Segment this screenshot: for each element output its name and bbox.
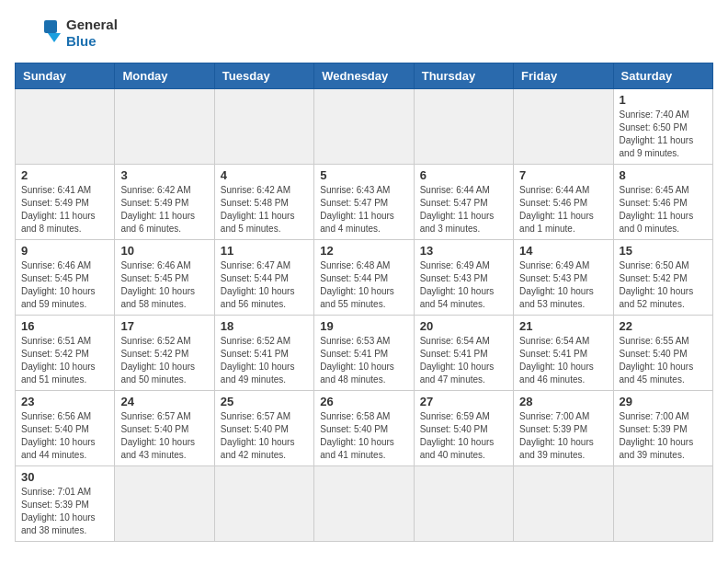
calendar-cell: 7Sunrise: 6:44 AM Sunset: 5:46 PM Daylig… [514, 165, 613, 240]
calendar-cell: 2Sunrise: 6:41 AM Sunset: 5:49 PM Daylig… [16, 165, 115, 240]
day-info: Sunrise: 7:00 AM Sunset: 5:39 PM Dayligh… [620, 410, 707, 462]
calendar-week-row: 16Sunrise: 6:51 AM Sunset: 5:42 PM Dayli… [16, 316, 713, 391]
day-number: 5 [320, 168, 407, 182]
svg-rect-0 [44, 20, 57, 33]
day-number: 2 [21, 168, 108, 182]
logo-text-block: General Blue [66, 17, 118, 50]
day-number: 7 [519, 168, 607, 182]
calendar-cell: 14Sunrise: 6:49 AM Sunset: 5:43 PM Dayli… [514, 240, 613, 316]
calendar-cell [414, 466, 513, 542]
day-number: 29 [620, 395, 707, 408]
calendar-cell: 27Sunrise: 6:59 AM Sunset: 5:40 PM Dayli… [414, 391, 513, 466]
calendar-cell [16, 89, 115, 165]
calendar-cell: 26Sunrise: 6:58 AM Sunset: 5:40 PM Dayli… [314, 391, 414, 466]
day-number: 25 [221, 395, 308, 408]
day-info: Sunrise: 6:58 AM Sunset: 5:40 PM Dayligh… [320, 410, 407, 462]
calendar-cell [314, 466, 414, 542]
day-info: Sunrise: 6:59 AM Sunset: 5:40 PM Dayligh… [420, 410, 507, 462]
calendar-cell [115, 466, 214, 542]
svg-marker-1 [48, 33, 61, 42]
calendar-week-row: 9Sunrise: 6:46 AM Sunset: 5:45 PM Daylig… [16, 240, 713, 316]
day-number: 19 [320, 319, 407, 333]
day-info: Sunrise: 6:46 AM Sunset: 5:45 PM Dayligh… [21, 259, 108, 311]
calendar-table: SundayMondayTuesdayWednesdayThursdayFrid… [15, 63, 713, 542]
day-number: 21 [519, 319, 607, 333]
day-info: Sunrise: 6:57 AM Sunset: 5:40 PM Dayligh… [221, 410, 308, 462]
header: General Blue [15, 15, 713, 52]
day-info: Sunrise: 7:01 AM Sunset: 5:39 PM Dayligh… [21, 486, 108, 537]
day-info: Sunrise: 6:44 AM Sunset: 5:47 PM Dayligh… [420, 184, 507, 236]
calendar-cell: 22Sunrise: 6:55 AM Sunset: 5:40 PM Dayli… [613, 316, 712, 391]
day-number: 11 [221, 244, 308, 258]
day-number: 1 [620, 93, 707, 107]
calendar-week-row: 23Sunrise: 6:56 AM Sunset: 5:40 PM Dayli… [16, 391, 713, 466]
day-number: 3 [120, 168, 208, 182]
calendar-cell: 10Sunrise: 6:46 AM Sunset: 5:45 PM Dayli… [115, 240, 214, 316]
day-number: 16 [21, 319, 108, 333]
day-info: Sunrise: 7:40 AM Sunset: 6:50 PM Dayligh… [620, 109, 707, 160]
day-info: Sunrise: 6:54 AM Sunset: 5:41 PM Dayligh… [519, 335, 607, 386]
day-number: 10 [120, 244, 208, 258]
calendar-cell: 23Sunrise: 6:56 AM Sunset: 5:40 PM Dayli… [16, 391, 115, 466]
day-info: Sunrise: 6:46 AM Sunset: 5:45 PM Dayligh… [120, 259, 208, 311]
day-info: Sunrise: 6:51 AM Sunset: 5:42 PM Dayligh… [21, 335, 108, 386]
header-friday: Friday [514, 63, 613, 89]
calendar-cell: 4Sunrise: 6:42 AM Sunset: 5:48 PM Daylig… [214, 165, 313, 240]
day-info: Sunrise: 6:56 AM Sunset: 5:40 PM Dayligh… [21, 410, 108, 462]
calendar-cell [514, 466, 613, 542]
logo: General Blue [15, 15, 118, 52]
day-number: 27 [420, 395, 507, 408]
calendar-cell: 30Sunrise: 7:01 AM Sunset: 5:39 PM Dayli… [16, 466, 115, 542]
day-number: 20 [420, 319, 507, 333]
day-info: Sunrise: 6:42 AM Sunset: 5:49 PM Dayligh… [120, 184, 208, 236]
calendar-week-row: 1Sunrise: 7:40 AM Sunset: 6:50 PM Daylig… [16, 89, 713, 165]
calendar-cell [314, 89, 414, 165]
calendar-cell: 13Sunrise: 6:49 AM Sunset: 5:43 PM Dayli… [414, 240, 513, 316]
day-info: Sunrise: 6:52 AM Sunset: 5:41 PM Dayligh… [221, 335, 308, 386]
calendar-cell: 11Sunrise: 6:47 AM Sunset: 5:44 PM Dayli… [214, 240, 313, 316]
calendar-cell: 24Sunrise: 6:57 AM Sunset: 5:40 PM Dayli… [115, 391, 214, 466]
calendar-header-row: SundayMondayTuesdayWednesdayThursdayFrid… [16, 63, 713, 89]
calendar-cell: 19Sunrise: 6:53 AM Sunset: 5:41 PM Dayli… [314, 316, 414, 391]
calendar-cell: 5Sunrise: 6:43 AM Sunset: 5:47 PM Daylig… [314, 165, 414, 240]
day-info: Sunrise: 6:53 AM Sunset: 5:41 PM Dayligh… [320, 335, 407, 386]
header-thursday: Thursday [414, 63, 513, 89]
calendar-cell: 8Sunrise: 6:45 AM Sunset: 5:46 PM Daylig… [613, 165, 712, 240]
calendar-cell: 25Sunrise: 6:57 AM Sunset: 5:40 PM Dayli… [214, 391, 313, 466]
header-tuesday: Tuesday [214, 63, 313, 89]
header-sunday: Sunday [16, 63, 115, 89]
day-info: Sunrise: 6:49 AM Sunset: 5:43 PM Dayligh… [420, 259, 507, 311]
calendar-cell [115, 89, 214, 165]
calendar-cell [613, 466, 712, 542]
day-info: Sunrise: 6:44 AM Sunset: 5:46 PM Dayligh… [519, 184, 607, 236]
calendar-week-row: 2Sunrise: 6:41 AM Sunset: 5:49 PM Daylig… [16, 165, 713, 240]
day-info: Sunrise: 7:00 AM Sunset: 5:39 PM Dayligh… [519, 410, 607, 462]
day-info: Sunrise: 6:54 AM Sunset: 5:41 PM Dayligh… [420, 335, 507, 386]
day-info: Sunrise: 6:45 AM Sunset: 5:46 PM Dayligh… [620, 184, 707, 236]
day-number: 30 [21, 470, 108, 484]
day-number: 17 [120, 319, 208, 333]
day-number: 18 [221, 319, 308, 333]
day-number: 24 [120, 395, 208, 408]
calendar-cell: 6Sunrise: 6:44 AM Sunset: 5:47 PM Daylig… [414, 165, 513, 240]
calendar-cell: 20Sunrise: 6:54 AM Sunset: 5:41 PM Dayli… [414, 316, 513, 391]
day-number: 14 [519, 244, 607, 258]
day-info: Sunrise: 6:52 AM Sunset: 5:42 PM Dayligh… [120, 335, 208, 386]
day-number: 9 [21, 244, 108, 258]
day-number: 26 [320, 395, 407, 408]
calendar-cell [514, 89, 613, 165]
calendar-cell: 9Sunrise: 6:46 AM Sunset: 5:45 PM Daylig… [16, 240, 115, 316]
calendar-cell [214, 466, 313, 542]
day-info: Sunrise: 6:55 AM Sunset: 5:40 PM Dayligh… [620, 335, 707, 386]
calendar-cell: 21Sunrise: 6:54 AM Sunset: 5:41 PM Dayli… [514, 316, 613, 391]
calendar-cell: 18Sunrise: 6:52 AM Sunset: 5:41 PM Dayli… [214, 316, 313, 391]
header-wednesday: Wednesday [314, 63, 414, 89]
logo-svg [15, 15, 61, 52]
day-number: 13 [420, 244, 507, 258]
calendar-cell: 12Sunrise: 6:48 AM Sunset: 5:44 PM Dayli… [314, 240, 414, 316]
day-info: Sunrise: 6:41 AM Sunset: 5:49 PM Dayligh… [21, 184, 108, 236]
day-info: Sunrise: 6:47 AM Sunset: 5:44 PM Dayligh… [221, 259, 308, 311]
calendar-cell: 15Sunrise: 6:50 AM Sunset: 5:42 PM Dayli… [613, 240, 712, 316]
day-info: Sunrise: 6:57 AM Sunset: 5:40 PM Dayligh… [120, 410, 208, 462]
calendar-cell: 16Sunrise: 6:51 AM Sunset: 5:42 PM Dayli… [16, 316, 115, 391]
